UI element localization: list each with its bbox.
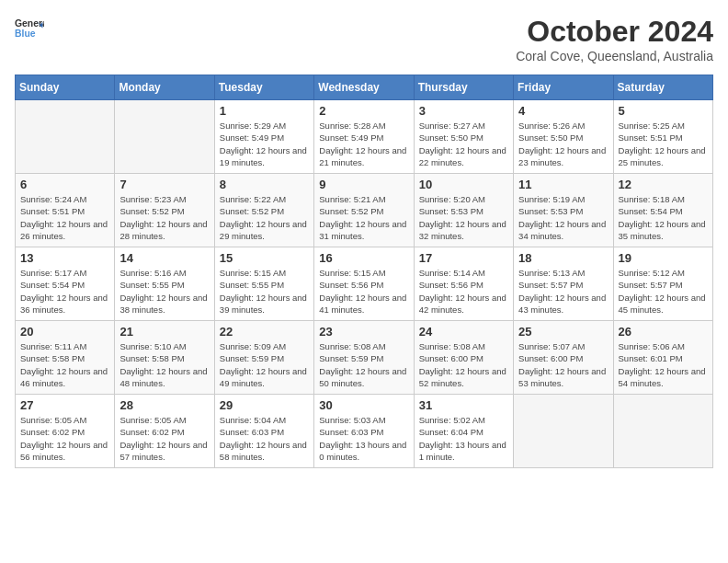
- location-subtitle: Coral Cove, Queensland, Australia: [516, 49, 713, 63]
- header-monday: Monday: [115, 75, 214, 100]
- month-title: October 2024: [516, 15, 713, 49]
- header-thursday: Thursday: [414, 75, 513, 100]
- header-row: SundayMondayTuesdayWednesdayThursdayFrid…: [16, 75, 713, 100]
- day-info: Sunrise: 5:15 AM Sunset: 5:55 PM Dayligh…: [220, 267, 309, 316]
- day-info: Sunrise: 5:22 AM Sunset: 5:52 PM Dayligh…: [220, 193, 309, 242]
- day-number: 26: [619, 325, 708, 339]
- day-info: Sunrise: 5:28 AM Sunset: 5:49 PM Dayligh…: [319, 120, 408, 168]
- day-number: 23: [319, 325, 408, 339]
- calendar-cell: [16, 100, 115, 174]
- calendar-cell: 10 Sunrise: 5:20 AM Sunset: 5:53 PM Dayl…: [414, 174, 513, 247]
- calendar-cell: 11 Sunrise: 5:19 AM Sunset: 5:53 PM Dayl…: [514, 174, 613, 247]
- calendar-table: SundayMondayTuesdayWednesdayThursdayFrid…: [15, 75, 713, 468]
- calendar-cell: 31 Sunrise: 5:02 AM Sunset: 6:04 PM Dayl…: [414, 395, 513, 468]
- day-number: 1: [220, 104, 309, 118]
- day-number: 31: [419, 398, 508, 412]
- header-friday: Friday: [514, 75, 613, 100]
- day-number: 24: [419, 325, 508, 339]
- logo-icon: General Blue: [15, 15, 44, 44]
- calendar-cell: 5 Sunrise: 5:25 AM Sunset: 5:51 PM Dayli…: [613, 100, 712, 174]
- day-info: Sunrise: 5:10 AM Sunset: 5:58 PM Dayligh…: [119, 340, 209, 389]
- svg-text:Blue: Blue: [15, 29, 36, 39]
- day-info: Sunrise: 5:08 AM Sunset: 6:00 PM Dayligh…: [419, 340, 508, 389]
- day-info: Sunrise: 5:05 AM Sunset: 6:02 PM Dayligh…: [119, 414, 209, 463]
- day-info: Sunrise: 5:12 AM Sunset: 5:57 PM Dayligh…: [619, 267, 708, 316]
- logo: General Blue: [15, 15, 44, 44]
- day-info: Sunrise: 5:07 AM Sunset: 6:00 PM Dayligh…: [518, 340, 608, 389]
- day-info: Sunrise: 5:02 AM Sunset: 6:04 PM Dayligh…: [419, 414, 508, 463]
- day-info: Sunrise: 5:16 AM Sunset: 5:55 PM Dayligh…: [119, 267, 209, 316]
- header-sunday: Sunday: [16, 75, 115, 100]
- calendar-cell: 13 Sunrise: 5:17 AM Sunset: 5:54 PM Dayl…: [16, 247, 115, 321]
- calendar-cell: [115, 100, 214, 174]
- calendar-cell: 12 Sunrise: 5:18 AM Sunset: 5:54 PM Dayl…: [613, 174, 712, 247]
- day-number: 13: [20, 251, 109, 265]
- calendar-cell: 1 Sunrise: 5:29 AM Sunset: 5:49 PM Dayli…: [214, 100, 313, 174]
- calendar-cell: 7 Sunrise: 5:23 AM Sunset: 5:52 PM Dayli…: [115, 174, 214, 247]
- header-saturday: Saturday: [613, 75, 712, 100]
- week-row-5: 27 Sunrise: 5:05 AM Sunset: 6:02 PM Dayl…: [16, 395, 713, 468]
- day-info: Sunrise: 5:03 AM Sunset: 6:03 PM Dayligh…: [319, 414, 408, 463]
- title-block: October 2024 Coral Cove, Queensland, Aus…: [516, 15, 713, 63]
- day-info: Sunrise: 5:05 AM Sunset: 6:02 PM Dayligh…: [20, 414, 109, 463]
- day-info: Sunrise: 5:27 AM Sunset: 5:50 PM Dayligh…: [419, 120, 508, 168]
- calendar-cell: 22 Sunrise: 5:09 AM Sunset: 5:59 PM Dayl…: [214, 321, 313, 395]
- day-number: 15: [220, 251, 309, 265]
- day-number: 5: [619, 104, 708, 118]
- calendar-cell: 18 Sunrise: 5:13 AM Sunset: 5:57 PM Dayl…: [514, 247, 613, 321]
- day-info: Sunrise: 5:06 AM Sunset: 6:01 PM Dayligh…: [619, 340, 708, 389]
- day-info: Sunrise: 5:08 AM Sunset: 5:59 PM Dayligh…: [319, 340, 408, 389]
- day-number: 29: [220, 398, 309, 412]
- day-number: 2: [319, 104, 408, 118]
- calendar-cell: 24 Sunrise: 5:08 AM Sunset: 6:00 PM Dayl…: [414, 321, 513, 395]
- day-number: 19: [619, 251, 708, 265]
- day-number: 27: [20, 398, 109, 412]
- day-info: Sunrise: 5:13 AM Sunset: 5:57 PM Dayligh…: [518, 267, 608, 316]
- calendar-cell: 14 Sunrise: 5:16 AM Sunset: 5:55 PM Dayl…: [115, 247, 214, 321]
- day-number: 4: [518, 104, 608, 118]
- calendar-cell: 30 Sunrise: 5:03 AM Sunset: 6:03 PM Dayl…: [314, 395, 414, 468]
- calendar-cell: 19 Sunrise: 5:12 AM Sunset: 5:57 PM Dayl…: [613, 247, 712, 321]
- day-info: Sunrise: 5:15 AM Sunset: 5:56 PM Dayligh…: [319, 267, 408, 316]
- day-number: 11: [518, 178, 608, 191]
- calendar-cell: 16 Sunrise: 5:15 AM Sunset: 5:56 PM Dayl…: [314, 247, 414, 321]
- calendar-cell: 21 Sunrise: 5:10 AM Sunset: 5:58 PM Dayl…: [115, 321, 214, 395]
- calendar-cell: 15 Sunrise: 5:15 AM Sunset: 5:55 PM Dayl…: [214, 247, 313, 321]
- day-number: 8: [220, 178, 309, 191]
- calendar-cell: 9 Sunrise: 5:21 AM Sunset: 5:52 PM Dayli…: [314, 174, 414, 247]
- day-number: 10: [419, 178, 508, 191]
- day-number: 18: [518, 251, 608, 265]
- day-number: 16: [319, 251, 408, 265]
- week-row-3: 13 Sunrise: 5:17 AM Sunset: 5:54 PM Dayl…: [16, 247, 713, 321]
- day-number: 17: [419, 251, 508, 265]
- day-number: 28: [119, 398, 209, 412]
- week-row-1: 1 Sunrise: 5:29 AM Sunset: 5:49 PM Dayli…: [16, 100, 713, 174]
- calendar-cell: 26 Sunrise: 5:06 AM Sunset: 6:01 PM Dayl…: [613, 321, 712, 395]
- calendar-cell: 23 Sunrise: 5:08 AM Sunset: 5:59 PM Dayl…: [314, 321, 414, 395]
- day-number: 20: [20, 325, 109, 339]
- calendar-cell: 17 Sunrise: 5:14 AM Sunset: 5:56 PM Dayl…: [414, 247, 513, 321]
- calendar-cell: 4 Sunrise: 5:26 AM Sunset: 5:50 PM Dayli…: [514, 100, 613, 174]
- week-row-4: 20 Sunrise: 5:11 AM Sunset: 5:58 PM Dayl…: [16, 321, 713, 395]
- day-info: Sunrise: 5:09 AM Sunset: 5:59 PM Dayligh…: [220, 340, 309, 389]
- day-info: Sunrise: 5:11 AM Sunset: 5:58 PM Dayligh…: [20, 340, 109, 389]
- calendar-cell: [613, 395, 712, 468]
- day-number: 7: [119, 178, 209, 191]
- day-info: Sunrise: 5:04 AM Sunset: 6:03 PM Dayligh…: [220, 414, 309, 463]
- day-info: Sunrise: 5:24 AM Sunset: 5:51 PM Dayligh…: [20, 193, 109, 242]
- calendar-cell: 8 Sunrise: 5:22 AM Sunset: 5:52 PM Dayli…: [214, 174, 313, 247]
- day-info: Sunrise: 5:23 AM Sunset: 5:52 PM Dayligh…: [119, 193, 209, 242]
- calendar-cell: 2 Sunrise: 5:28 AM Sunset: 5:49 PM Dayli…: [314, 100, 414, 174]
- week-row-2: 6 Sunrise: 5:24 AM Sunset: 5:51 PM Dayli…: [16, 174, 713, 247]
- day-info: Sunrise: 5:20 AM Sunset: 5:53 PM Dayligh…: [419, 193, 508, 242]
- day-number: 6: [20, 178, 109, 191]
- day-number: 9: [319, 178, 408, 191]
- day-info: Sunrise: 5:18 AM Sunset: 5:54 PM Dayligh…: [619, 193, 708, 242]
- page-header: General Blue October 2024 Coral Cove, Qu…: [15, 15, 713, 63]
- calendar-cell: 6 Sunrise: 5:24 AM Sunset: 5:51 PM Dayli…: [16, 174, 115, 247]
- day-number: 25: [518, 325, 608, 339]
- calendar-cell: [514, 395, 613, 468]
- day-number: 14: [119, 251, 209, 265]
- svg-text:General: General: [15, 18, 44, 29]
- header-wednesday: Wednesday: [314, 75, 414, 100]
